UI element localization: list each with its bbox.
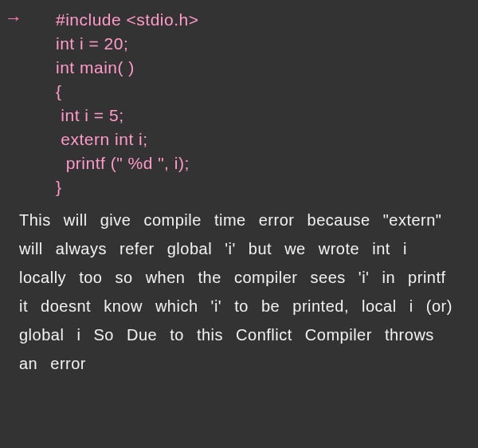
code-line-4: { [56,82,62,100]
code-line-7: printf (" %d ", i); [56,154,190,172]
code-line-8: } [56,178,62,196]
explanation-text: This will give compile time error becaus… [19,206,464,378]
pointer-arrow: → [5,8,23,29]
code-snippet: #include <stdio.h> int i = 20; int main(… [56,8,198,199]
code-line-3: int main( ) [56,58,135,77]
code-line-2: int i = 20; [56,34,128,53]
code-line-6: extern int i; [56,130,148,148]
code-line-5: int i = 5; [56,106,123,124]
code-line-1: #include <stdio.h> [56,10,198,29]
